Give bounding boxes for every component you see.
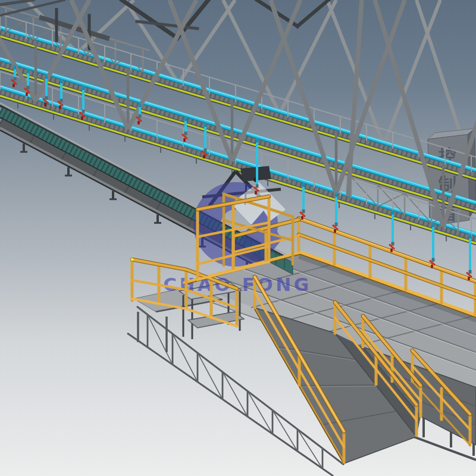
cad-scene: 控 制 箱 <box>0 0 476 476</box>
cad-render-view: 控 制 箱 <box>0 0 476 476</box>
